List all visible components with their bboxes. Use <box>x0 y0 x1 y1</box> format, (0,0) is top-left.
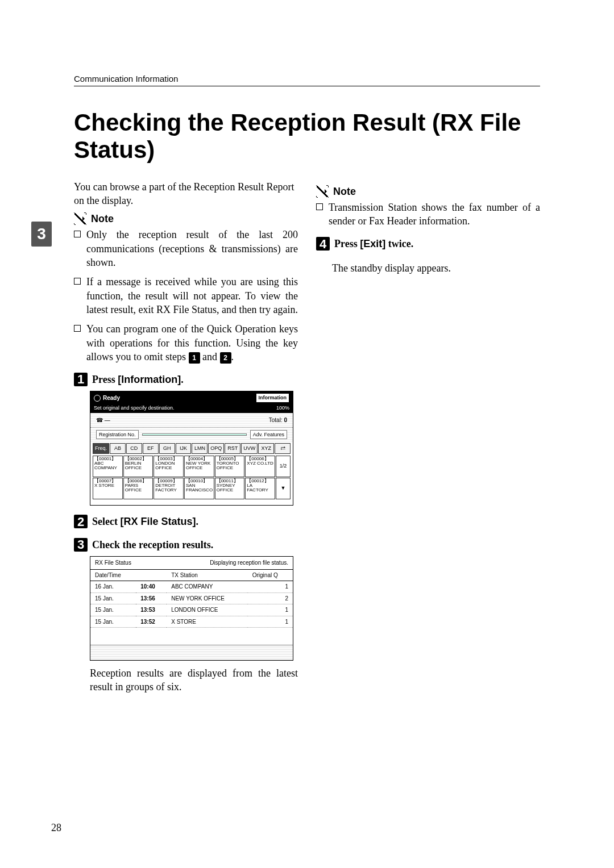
table-row: 15 Jan.13:53LONDON OFFICE1 <box>90 604 293 616</box>
tab-freq[interactable]: Freq. <box>93 443 109 453</box>
note-list: Only the reception result of the last 20… <box>74 228 298 364</box>
step-number-icon: 2 <box>74 515 88 528</box>
step-prefix: Press <box>334 238 360 249</box>
switch-icon[interactable]: ⮂ <box>275 443 291 453</box>
step-4-text: Press [Exit] twice. <box>334 237 413 251</box>
tab-cd[interactable]: CD <box>126 443 142 453</box>
dest-00004[interactable]: 【00004】NEW YORK OFFICE <box>184 456 214 477</box>
dest-00011[interactable]: 【00011】SYDNEY OFFICE <box>215 478 245 499</box>
tab-ab[interactable]: AB <box>110 443 126 453</box>
panel-subtitle: Set original and specify destination. <box>94 405 175 411</box>
note-label: Note <box>333 185 356 198</box>
step-prefix: Press <box>92 374 118 385</box>
tab-xyz[interactable]: XYZ <box>258 443 274 453</box>
page-body: Communication Information Checking the R… <box>74 74 540 694</box>
note-list: Transmission Station shows the fax numbe… <box>316 201 540 228</box>
note-label: Note <box>91 212 114 226</box>
lead-paragraph: You can browse a part of the Reception R… <box>74 180 298 208</box>
tab-opq[interactable]: OPQ <box>208 443 224 453</box>
note-item: Only the reception result of the last 20… <box>74 228 298 269</box>
tab-ijk[interactable]: IJK <box>176 443 192 453</box>
note-item: You can program one of the Quick Operati… <box>74 322 298 364</box>
dest-00009[interactable]: 【00009】DETROIT FACTORY <box>154 478 184 499</box>
step-3: 3 Check the reception results. <box>74 538 298 552</box>
tab-rst[interactable]: RST <box>225 443 240 453</box>
step-number-icon: 4 <box>316 237 330 251</box>
dest-00003[interactable]: 【00003】LONDON OFFICE <box>154 456 184 477</box>
step-ui-label: [Information] <box>118 374 181 385</box>
scroll-down-icon[interactable]: ▼ <box>276 478 291 499</box>
note-end: . <box>231 351 234 362</box>
tab-gh[interactable]: GH <box>159 443 175 453</box>
col-original: Original Q <box>248 570 293 581</box>
after-ss2-text: Reception results are displayed from the… <box>90 666 298 694</box>
step-3-text: Check the reception results. <box>92 538 213 552</box>
pencil-icon <box>74 212 86 225</box>
step-suffix: . <box>196 516 199 527</box>
page-indicator: 1/2 <box>276 456 291 477</box>
step-1-text: Press [Information]. <box>92 373 184 386</box>
dest-00010[interactable]: 【00010】SAN FRANCISCO <box>184 478 214 499</box>
rx-results-table: Date/Time TX Station Original Q 16 Jan.1… <box>90 570 293 628</box>
dest-00002[interactable]: 【00002】BERLIN OFFICE <box>123 456 154 477</box>
step-number-icon: 1 <box>74 373 88 386</box>
tab-ef[interactable]: EF <box>143 443 159 453</box>
rx-file-status-screenshot: RX File Status Displaying reception file… <box>90 556 293 661</box>
ready-indicator: Ready <box>94 394 120 402</box>
total-value: 0 <box>284 417 287 423</box>
page-title: Checking the Reception Result (RX File S… <box>74 109 540 164</box>
note-conj: and <box>200 351 220 362</box>
dest-00006[interactable]: 【00006】XYZ CO.LTD <box>245 456 275 477</box>
tab-uvw[interactable]: UVW <box>241 443 258 453</box>
ss2-subtitle: Displaying reception file status. <box>210 559 288 567</box>
dest-00007[interactable]: 【00007】X STORE <box>93 478 123 499</box>
step-2-text: Select [RX File Status]. <box>92 515 198 528</box>
page-number: 28 <box>51 822 61 834</box>
ss2-footer-bar <box>90 645 293 660</box>
left-column: You can browse a part of the Reception R… <box>74 180 298 694</box>
tab-lmn[interactable]: LMN <box>192 443 208 453</box>
note-heading: Note <box>316 185 540 198</box>
ss2-title: RX File Status <box>95 559 131 567</box>
table-row: 15 Jan.13:52X STORE1 <box>90 616 293 628</box>
note-item: Transmission Station shows the fax numbe… <box>316 201 540 228</box>
step-suffix: . <box>181 374 184 385</box>
phone-icon: ☎ — <box>96 416 110 424</box>
dest-00001[interactable]: 【00001】ABC COMPANY <box>93 456 123 477</box>
memory-percent: 100% <box>276 404 289 411</box>
pencil-icon <box>316 185 329 198</box>
note-heading: Note <box>74 212 298 226</box>
information-button[interactable]: Information <box>256 393 290 402</box>
total-label: Total: <box>269 417 283 423</box>
total-block: Total: 0 <box>269 416 287 424</box>
table-row: 15 Jan.13:56NEW YORK OFFICE2 <box>90 592 293 604</box>
step-4: 4 Press [Exit] twice. <box>316 237 540 251</box>
running-head: Communication Information <box>74 74 540 86</box>
step-1: 1 Press [Information]. <box>74 373 298 386</box>
col-datetime: Date/Time <box>90 570 136 581</box>
adv-features-button[interactable]: Adv. Features <box>250 430 287 439</box>
step-ui-label: [RX File Status] <box>120 516 196 527</box>
chapter-tab: 3 <box>31 222 52 247</box>
after-step4-text: The standby display appears. <box>332 261 540 275</box>
right-column: Note Transmission Station shows the fax … <box>316 180 540 694</box>
step-suffix: twice. <box>385 238 413 249</box>
step-ui-label: [Exit] <box>360 238 385 249</box>
dest-00012[interactable]: 【00012】LA FACTORY <box>245 478 275 499</box>
note-item: If a message is received while you are u… <box>74 275 298 316</box>
dest-00008[interactable]: 【00008】PARIS OFFICE <box>123 478 154 499</box>
col-tx-station: TX Station <box>167 570 248 581</box>
step-prefix: Select <box>92 516 120 527</box>
step-number-icon: 3 <box>74 538 88 552</box>
registration-no-button[interactable]: Registration No. <box>96 430 139 439</box>
fax-panel-screenshot: Ready Information Set original and speci… <box>90 391 293 506</box>
step-2: 2 Select [RX File Status]. <box>74 515 298 528</box>
step-ref-2-icon: 2 <box>220 352 231 364</box>
address-grid: 【00001】ABC COMPANY 【00002】BERLIN OFFICE … <box>90 456 293 502</box>
step-ref-1-icon: 1 <box>189 352 200 364</box>
alpha-tabs: Freq. AB CD EF GH IJK LMN OPQ RST UVW XY… <box>90 441 293 455</box>
table-row: 16 Jan.10:40ABC COMPANY1 <box>90 581 293 593</box>
dest-00005[interactable]: 【00005】TORONTO OFFICE <box>215 456 245 477</box>
registration-field[interactable] <box>142 433 247 436</box>
